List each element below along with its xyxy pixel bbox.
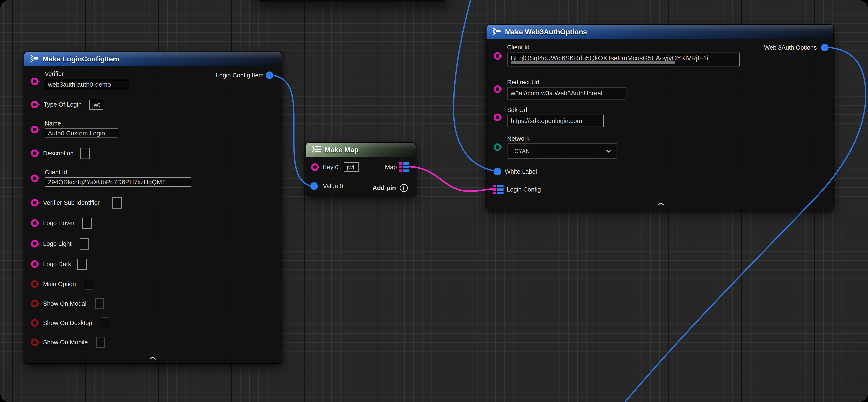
name-field[interactable]: Auth0 Custom Login (45, 128, 118, 138)
network-dropdown[interactable]: CYAN (507, 143, 617, 159)
show-on-modal-checkbox[interactable] (95, 298, 104, 309)
description-field[interactable] (80, 148, 90, 159)
node-make-map[interactable]: Make Map Key 0 jwt Map Value 0 Add pin + (306, 142, 416, 196)
pin-label-logo-light: Logo Light (43, 240, 71, 247)
node-make-web3authoptions[interactable]: Make Web3AuthOptions Web 3Auth Options C… (486, 24, 834, 210)
sdk-url-field[interactable]: https://sdk.openlogin.com (507, 115, 604, 127)
pin-label-client-id: Client Id (507, 44, 529, 51)
chevron-down-icon (606, 148, 612, 154)
show-on-mobile-checkbox[interactable] (96, 337, 105, 348)
pin-label-logo-dark: Logo Dark (43, 261, 71, 267)
node-header-make-map[interactable]: Make Map (306, 143, 416, 156)
pin-label-web3auth-options: Web 3Auth Options (764, 44, 817, 51)
pin-value-0[interactable] (310, 182, 318, 190)
pin-logo-light[interactable] (31, 240, 38, 248)
pin-logo-hover[interactable] (31, 219, 38, 227)
pin-main-option[interactable] (31, 280, 38, 288)
pin-name[interactable] (31, 126, 38, 133)
pin-client-id[interactable] (494, 52, 501, 60)
pin-type-of-login[interactable] (31, 101, 38, 108)
pin-white-label[interactable] (494, 168, 501, 175)
pin-label-sdk-url: Sdk Url (507, 107, 527, 113)
offscreen-node-shadow (257, 0, 446, 2)
pin-show-on-modal[interactable] (31, 300, 38, 307)
pin-label-key-0: Key 0 (323, 164, 338, 171)
verifier-field[interactable]: web3auth-auth0-demo (45, 80, 129, 89)
redirect-url-field[interactable]: w3a://com.w3a.Web3AuthUnreal (507, 87, 626, 99)
pin-sdk-url[interactable] (494, 114, 501, 121)
collapse-chevron-icon[interactable] (657, 201, 665, 207)
show-on-desktop-checkbox[interactable] (101, 317, 109, 328)
node-header-make-loginconfigitem[interactable]: Make LoginConfigItem (24, 52, 282, 66)
pin-redirect-url[interactable] (494, 85, 501, 93)
logo-light-field[interactable] (80, 238, 89, 250)
pin-label-verifier: Verifier (45, 70, 64, 77)
blueprint-graph-canvas[interactable]: Make LoginConfigItem Login Config Item V… (0, 0, 868, 402)
client-id-field[interactable]: 294QRkchfq2YaXUbPri7D6PH7xzHgQMT (45, 177, 191, 187)
pin-logo-dark[interactable] (31, 260, 38, 268)
pin-verifier[interactable] (31, 78, 38, 85)
pin-show-on-desktop[interactable] (31, 319, 38, 327)
node-header-make-web3authoptions[interactable]: Make Web3AuthOptions (487, 25, 833, 39)
pin-client-id[interactable] (31, 174, 38, 182)
pin-label-value-0: Value 0 (323, 183, 343, 190)
pin-label-login-config: Login Config (507, 186, 541, 193)
main-option-checkbox[interactable] (85, 279, 93, 289)
horizontal-scrollbar[interactable] (511, 61, 675, 64)
pin-verifier-sub-identifier[interactable] (31, 199, 38, 206)
add-pin-button[interactable]: Add pin + (372, 184, 408, 192)
pin-label-verifier-sub-identifier: Verifier Sub Identifier (43, 199, 100, 206)
wire-map-to-loginconfig[interactable] (410, 167, 493, 191)
type-of-login-field[interactable]: jwt (89, 100, 103, 110)
client-id-field[interactable]: BEglQSgt4cUWcj6SKRdu5QkOXTsePmMcusG5EAoy… (507, 53, 740, 66)
pin-key-0[interactable] (311, 163, 319, 171)
pin-label-redirect-url: Redirect Url (507, 79, 539, 86)
pin-login-config-item-output[interactable] (266, 71, 273, 79)
node-make-loginconfigitem[interactable]: Make LoginConfigItem Login Config Item V… (24, 52, 282, 364)
pin-web3auth-options-output[interactable] (821, 44, 829, 51)
add-pin-icon[interactable]: + (400, 184, 408, 192)
pin-label-map: Map (385, 164, 397, 171)
pin-map-output[interactable] (399, 162, 409, 172)
pin-show-on-mobile[interactable] (31, 339, 38, 346)
pin-label-client-id: Client Id (45, 169, 67, 176)
pin-label-name: Name (45, 120, 61, 127)
pin-label-login-config-item: Login Config Item (216, 72, 264, 79)
make-struct-icon (492, 27, 502, 36)
pin-network[interactable] (494, 143, 501, 151)
node-title: Make Map (324, 146, 359, 154)
logo-hover-field[interactable] (82, 218, 92, 229)
logo-dark-field[interactable] (77, 259, 87, 270)
pin-label-network: Network (507, 135, 529, 142)
pin-label-white-label: White Label (505, 168, 537, 175)
collapse-chevron-icon[interactable] (149, 355, 157, 362)
pin-label-show-on-modal: Show On Modal (43, 300, 86, 307)
node-title: Make Web3AuthOptions (505, 28, 587, 36)
pin-label-logo-hover: Logo Hover (43, 220, 74, 226)
pin-label-show-on-desktop: Show On Desktop (43, 320, 92, 326)
verifier-sub-identifier-field[interactable] (112, 197, 122, 208)
pin-label-description: Description (43, 150, 73, 156)
node-title: Make LoginConfigItem (43, 55, 119, 63)
make-container-icon (312, 145, 321, 154)
make-struct-icon (30, 54, 39, 63)
pin-label-type-of-login: Type Of Login (44, 101, 82, 108)
pin-label-show-on-mobile: Show On Mobile (43, 339, 88, 346)
pin-label-main-option: Main Option (43, 281, 76, 287)
key-0-field[interactable]: jwt (344, 162, 359, 172)
pin-description[interactable] (31, 149, 38, 157)
pin-login-config[interactable] (493, 184, 503, 194)
